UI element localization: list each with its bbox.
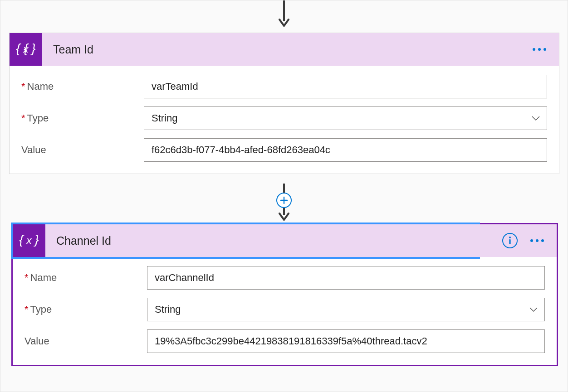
label-text: Value [24, 335, 49, 347]
variable-icon: { x } { [10, 33, 42, 66]
required-marker: * [21, 81, 25, 92]
type-select[interactable] [144, 106, 547, 130]
label-text: Name [30, 272, 57, 284]
field-label-name: * Name [21, 81, 144, 92]
card-title: Team Id [53, 43, 533, 56]
field-row-name: * Name [24, 266, 545, 290]
flow-canvas: { x } { Team Id * Name [0, 0, 568, 392]
more-menu-button[interactable] [530, 237, 544, 245]
svg-text:{: { [16, 41, 21, 55]
required-marker: * [21, 112, 25, 124]
required-marker: * [24, 304, 29, 315]
card-body: * Name * Type Value [13, 257, 557, 365]
value-input[interactable] [144, 138, 547, 162]
name-input[interactable] [144, 75, 547, 98]
label-text: Type [27, 112, 49, 124]
header-actions [478, 224, 557, 257]
name-input[interactable] [147, 266, 545, 290]
value-input[interactable] [147, 329, 545, 353]
label-text: Type [30, 304, 52, 315]
add-step-button[interactable] [276, 193, 292, 208]
card-title: Channel Id [56, 234, 478, 247]
required-marker: * [24, 272, 29, 284]
info-button[interactable] [502, 233, 518, 248]
svg-rect-12 [509, 239, 510, 244]
svg-text:x: x [26, 235, 32, 246]
variable-icon: { x } [13, 224, 45, 257]
field-row-type: * Type [21, 106, 547, 130]
type-select[interactable] [147, 298, 545, 321]
field-label-value: Value [21, 144, 144, 156]
field-row-name: * Name [21, 75, 547, 98]
field-label-type: * Type [21, 112, 144, 124]
svg-text:}: } [33, 232, 39, 247]
field-label-type: * Type [24, 304, 147, 315]
field-label-name: * Name [24, 272, 147, 284]
action-card-team-id[interactable]: { x } { Team Id * Name [9, 33, 559, 174]
card-header[interactable]: { x } Channel Id [13, 224, 478, 257]
field-row-type: * Type [24, 298, 545, 321]
action-card-channel-id[interactable]: { x } Channel Id * N [11, 223, 558, 366]
field-row-value: Value [24, 329, 545, 353]
label-text: Name [27, 81, 54, 92]
field-label-value: Value [24, 335, 147, 347]
type-select-display[interactable] [147, 298, 545, 321]
field-row-value: Value [21, 138, 547, 162]
type-select-display[interactable] [144, 106, 547, 130]
svg-text:{: { [19, 232, 24, 247]
card-body: * Name * Type Value [10, 66, 559, 174]
svg-text:}: } [30, 41, 35, 55]
svg-text:x: x [23, 44, 29, 55]
more-menu-button[interactable] [533, 45, 546, 53]
svg-point-11 [509, 237, 511, 238]
card-header[interactable]: { x } { Team Id [10, 33, 559, 66]
header-actions [533, 45, 559, 53]
label-text: Value [21, 144, 46, 156]
connector-arrow-in [279, 0, 289, 28]
